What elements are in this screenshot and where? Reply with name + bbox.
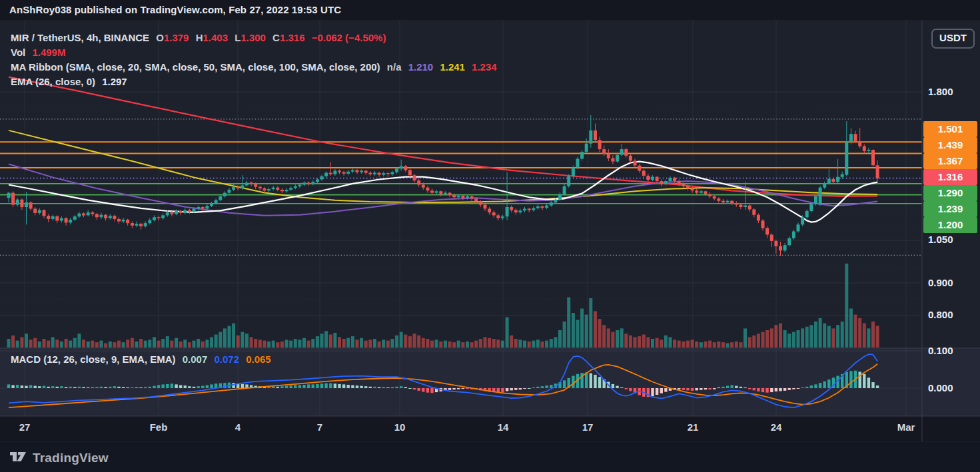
macd-hist-value: 0.007 [183,354,208,365]
price-tick-0.100: 0.100 [928,345,975,356]
price-badge-1.439: 1.439 [923,137,977,153]
price-badge-1.316: 1.316 [923,169,977,185]
price-badge-1.501: 1.501 [923,121,977,137]
volume-value: 1.499M [32,47,65,58]
price-badge-1.200: 1.200 [923,217,977,233]
symbol-title: MIR / TetherUS, 4h, BINANCE [11,32,149,43]
price-tick-0.000: 0.000 [928,382,975,393]
close-label: C [272,32,280,43]
tradingview-brand-text: TradingView [33,451,109,465]
ma-ribbon-value-3: 1.241 [440,61,465,73]
time-label-17: 17 [582,421,594,433]
tradingview-logo-link[interactable]: TradingView [9,449,109,467]
price-tick-1.050: 1.050 [928,234,975,245]
ma-ribbon-value-1: n/a [387,61,402,73]
ema-value: 1.297 [102,76,127,87]
legend-ma-ribbon-row[interactable]: MA Ribbon (SMA, close, 20, SMA, close, 5… [11,60,497,75]
legend-volume-row[interactable]: Vol 1.499M [11,45,497,60]
high-label: H [196,32,203,43]
tradingview-logo-icon [9,449,27,467]
open-label: O [156,32,164,43]
footer-bar: TradingView [0,441,980,472]
price-tick-0.800: 0.800 [928,309,975,320]
price-axis[interactable]: 1.8001.6001.0500.9000.8000.1000.0001.501… [923,20,980,416]
snapshot-title: AnShRoy038 published on TradingView.com,… [9,4,341,15]
macd-legend: MACD (12, 26, close, 9, EMA, EMA) 0.007 … [11,352,271,367]
chart-legend: MIR / TetherUS, 4h, BINANCE O1.379 H1.40… [11,31,497,89]
change-value: −0.062 (−4.50%) [312,32,386,43]
time-label-10: 10 [394,421,406,433]
time-axis[interactable]: 27Feb471014172124Mar [0,416,980,441]
legend-ema-row[interactable]: EMA (26, close, 0) 1.297 [11,75,497,89]
ema-label: EMA (26, close, 0) [11,76,95,87]
time-label-Feb: Feb [150,421,168,433]
price-tick-1.800: 1.800 [928,86,975,97]
time-label-27: 27 [19,421,31,433]
snapshot-title-bar: AnShRoy038 published on TradingView.com,… [0,0,980,21]
price-badge-1.367: 1.367 [923,153,977,169]
legend-macd-row[interactable]: MACD (12, 26, close, 9, EMA, EMA) 0.007 … [11,352,271,367]
price-badge-1.239: 1.239 [923,201,977,217]
currency-toggle-button[interactable]: USDT [931,29,975,49]
macd-label: MACD (12, 26, close, 9, EMA, EMA) [11,354,176,365]
open-value: 1.379 [164,32,189,43]
volume-label: Vol [11,47,25,58]
time-label-24: 24 [771,421,782,433]
low-label: L [235,32,241,43]
close-value: 1.316 [280,32,305,43]
ma-ribbon-label: MA Ribbon (SMA, close, 20, SMA, close, 5… [11,61,380,73]
time-label-7: 7 [317,421,322,433]
time-label-14: 14 [498,421,509,433]
time-label-Mar: Mar [897,421,915,433]
price-tick-0.900: 0.900 [928,277,975,288]
macd-signal-value: 0.065 [246,354,271,365]
price-badge-1.290: 1.290 [923,185,977,201]
ma-ribbon-value-4: 1.234 [472,61,497,73]
time-label-4: 4 [235,421,241,433]
low-value: 1.300 [241,32,266,43]
macd-line-value: 0.072 [214,354,239,365]
time-label-21: 21 [688,421,699,433]
legend-symbol-row[interactable]: MIR / TetherUS, 4h, BINANCE O1.379 H1.40… [11,31,497,45]
tradingview-published-chart: AnShRoy038 published on TradingView.com,… [0,0,980,472]
high-value: 1.403 [203,32,228,43]
ma-ribbon-value-2: 1.210 [408,61,434,73]
